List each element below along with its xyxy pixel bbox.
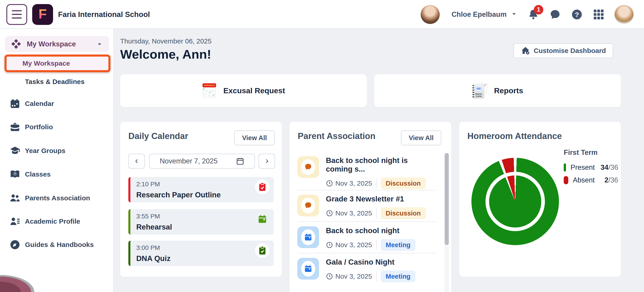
user-name: Chloe Epelbaum xyxy=(452,10,506,18)
calendar-event-rehearsal[interactable]: 3:55 PM Rehearsal xyxy=(128,209,274,235)
chevron-up-icon xyxy=(96,40,103,48)
apps-grid-icon[interactable] xyxy=(593,8,604,20)
workspace-diamonds-icon xyxy=(11,39,21,49)
user-avatar[interactable] xyxy=(421,5,440,24)
scrollbar-thumb[interactable] xyxy=(445,153,449,245)
chevron-down-icon xyxy=(511,11,518,18)
card-title: Daily Calendar xyxy=(128,131,188,141)
house-gear-icon xyxy=(521,46,530,55)
sidebar-item-academic-profile[interactable]: Academic Profile xyxy=(0,215,114,228)
sidebar-item-guides-handbooks[interactable]: Guides & Handbooks xyxy=(0,238,114,252)
svg-text:?: ? xyxy=(575,11,579,18)
association-item[interactable]: Back to school night is coming s... Nov … xyxy=(297,156,436,189)
clock-icon xyxy=(326,210,333,217)
student-avatar[interactable] xyxy=(614,5,634,24)
calendar-event-icon xyxy=(255,212,270,226)
clock-icon xyxy=(326,180,333,187)
notification-badge: 1 xyxy=(534,5,543,14)
faria-logo[interactable]: F xyxy=(32,4,53,25)
present-marker xyxy=(564,163,566,171)
association-item[interactable]: Gala / Casino Night Nov 3, 2025 Meeting xyxy=(297,258,436,282)
clock-icon xyxy=(326,241,333,249)
attendance-sheet-icon: Attendance ✓ ○ ✓ ○ ○ ✓ ○ xyxy=(202,83,217,98)
graduation-cap-icon xyxy=(10,145,20,156)
compass-icon xyxy=(10,239,20,250)
reports-card[interactable]: ✓ MB Report Cards Reports xyxy=(374,74,621,107)
clock-icon xyxy=(326,273,333,280)
clipboard-task-icon xyxy=(255,180,270,194)
briefcase-icon xyxy=(10,122,20,133)
sidebar: My Workspace My Workspace Tasks & Deadli… xyxy=(0,29,114,292)
annotation-highlight-box[interactable]: My Workspace xyxy=(4,55,110,72)
legend-item-absent: Absent 2/36 xyxy=(564,176,618,185)
hamburger-menu-button[interactable] xyxy=(6,4,27,25)
managebac-dashboard: F Faria International School Chloe Epelb… xyxy=(0,0,644,292)
user-menu[interactable]: Chloe Epelbaum xyxy=(450,10,518,18)
daily-calendar-view-all-button[interactable]: View All xyxy=(234,130,274,145)
attendance-donut-chart xyxy=(472,158,559,245)
parent-association-view-all-button[interactable]: View All xyxy=(401,130,441,145)
discussion-icon xyxy=(297,195,319,216)
topbar: F Faria International School Chloe Epelb… xyxy=(0,0,644,29)
card-title: Parent Association xyxy=(298,131,376,141)
calendar-picker-icon xyxy=(236,157,244,165)
meeting-calendar-icon xyxy=(297,226,319,248)
person-profile-icon xyxy=(10,216,20,227)
sidebar-item-calendar[interactable]: Calendar xyxy=(0,97,114,111)
parent-association-card: Parent Association View All Back to scho… xyxy=(290,122,451,292)
help-icon[interactable]: ? xyxy=(571,8,583,20)
absent-marker xyxy=(564,176,568,184)
previous-day-button[interactable] xyxy=(128,154,145,169)
chart-legend: First Term Present 34/36 Absent 2/36 xyxy=(564,148,618,188)
legend-item-present: Present 34/36 xyxy=(564,163,618,172)
clipboard-task-icon xyxy=(255,243,270,258)
sidebar-group-label: My Workspace xyxy=(27,40,96,48)
report-cards-icon: ✓ MB Report Cards xyxy=(472,83,488,99)
sidebar-item-tasks-deadlines[interactable]: Tasks & Deadlines xyxy=(25,78,84,86)
excusal-request-card[interactable]: Attendance ✓ ○ ✓ ○ ○ ✓ ○ Excusal Request xyxy=(120,74,367,107)
selected-date: November 7, 2025 xyxy=(160,157,218,165)
calendar-event-research-paper[interactable]: 2:10 PM Research Paper Outline xyxy=(128,177,274,202)
date-navigation: November 7, 2025 xyxy=(128,154,275,169)
scrollbar-track[interactable] xyxy=(444,153,449,292)
people-icon xyxy=(10,193,20,203)
status-badge: Meeting xyxy=(381,239,416,251)
status-badge: Meeting xyxy=(381,271,416,282)
sidebar-item-classes[interactable]: Classes xyxy=(0,167,114,181)
quick-link-label: Reports xyxy=(494,86,523,95)
sidebar-item-my-workspace[interactable]: My Workspace xyxy=(22,60,70,67)
sidebar-item-year-groups[interactable]: Year Groups xyxy=(0,144,114,157)
legend-term-label: First Term xyxy=(564,148,618,157)
messages-icon[interactable] xyxy=(549,8,561,20)
sidebar-group-my-workspace[interactable]: My Workspace xyxy=(5,36,109,52)
association-item[interactable]: Back to school night Nov 3, 2025 Meeting xyxy=(297,226,436,251)
status-badge: Discussion xyxy=(381,207,426,219)
association-item[interactable]: Grade 3 Newsletter #1 Nov 3, 2025 Discus… xyxy=(297,195,436,219)
calendar-icon xyxy=(10,98,20,109)
card-title: Homeroom Attendance xyxy=(467,131,562,141)
daily-calendar-card: Daily Calendar View All November 7, 2025… xyxy=(120,122,282,277)
page-title: Welcome, Ann! xyxy=(120,47,211,62)
notifications-bell-button[interactable]: 1 xyxy=(528,8,539,20)
sidebar-item-parents-association[interactable]: Parents Association xyxy=(0,191,114,205)
meeting-calendar-icon xyxy=(297,258,319,280)
discussion-icon xyxy=(297,156,319,178)
status-badge: Discussion xyxy=(381,177,426,189)
next-day-button[interactable] xyxy=(258,154,275,169)
school-name: Faria International School xyxy=(58,10,150,19)
calendar-event-dna-quiz[interactable]: 3:00 PM DNA Quiz xyxy=(128,241,274,266)
sidebar-item-portfolio[interactable]: Portfolio xyxy=(0,120,114,134)
open-book-icon xyxy=(10,169,20,180)
corner-illustration xyxy=(0,275,45,292)
main-content: Thursday, November 06, 2025 Welcome, Ann… xyxy=(114,29,644,292)
date-picker-field[interactable]: November 7, 2025 xyxy=(149,154,255,169)
homeroom-attendance-card: Homeroom Attendance First Term Present 3… xyxy=(459,122,621,277)
current-date: Thursday, November 06, 2025 xyxy=(120,37,212,45)
quick-link-label: Excusal Request xyxy=(223,86,285,95)
customise-dashboard-button[interactable]: Customise Dashboard xyxy=(514,43,613,58)
